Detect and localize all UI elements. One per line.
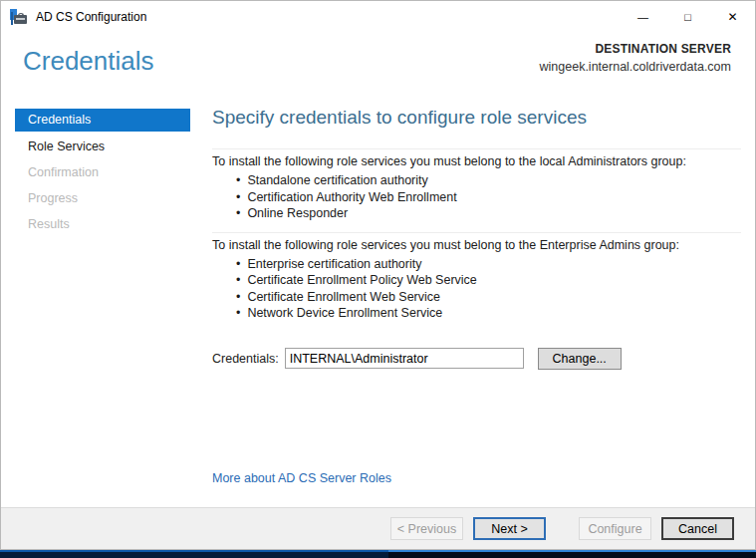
taskbar-right-segment [388,550,756,558]
next-button[interactable]: Next > [473,517,546,540]
sidebar-item-role-services[interactable]: Role Services [1,135,200,160]
maximize-icon[interactable]: □ [665,1,710,32]
taskbar-left-segment [0,550,388,558]
window-title: AD CS Configuration [36,10,146,24]
content-heading: Specify credentials to configure role se… [212,107,741,129]
configure-button[interactable]: Configure [579,517,651,540]
sidebar-item-results: Results [1,212,200,238]
minimize-icon[interactable]: — [621,1,665,32]
local-admins-intro: To install the following role services y… [212,154,741,168]
sidebar-item-confirmation: Confirmation [1,160,200,186]
change-button[interactable]: Change... [538,348,622,370]
taskbar-sliver [0,550,756,558]
destination-server-label: DESTINATION SERVER [540,42,731,56]
title-bar: AD CS Configuration — □ ✕ [1,1,755,32]
wizard-dialog: AD CS Configuration — □ ✕ Credentials DE… [0,0,756,550]
adcs-toolbox-icon [10,9,28,25]
wizard-content: Specify credentials to configure role se… [200,101,755,507]
list-item: Certificate Enrollment Policy Web Servic… [236,272,741,289]
previous-button[interactable]: < Previous [390,517,463,540]
list-item: Certificate Enrollment Web Service [236,289,741,306]
list-item: Online Responder [236,205,741,222]
wizard-footer: < Previous Next > Configure Cancel [1,507,755,549]
credentials-input[interactable] [285,348,524,369]
sidebar-item-progress: Progress [1,186,200,212]
sidebar-item-credentials[interactable]: Credentials [15,109,190,132]
page-title: Credentials [23,46,154,77]
list-item: Certification Authority Web Enrollment [236,189,741,206]
list-item: Standalone certification authority [236,172,741,189]
wizard-header: Credentials DESTINATION SERVER wingeek.i… [1,32,755,101]
list-item: Network Device Enrollment Service [236,305,741,322]
window-controls: — □ ✕ [621,1,755,32]
destination-server-name: wingeek.internal.coldriverdata.com [540,60,731,74]
local-admins-list: Standalone certification authority Certi… [236,172,741,222]
wizard-steps-sidebar: Credentials Role Services Confirmation P… [1,101,200,507]
credentials-label: Credentials: [212,352,279,366]
destination-server-block: DESTINATION SERVER wingeek.internal.cold… [540,42,731,74]
enterprise-admins-group: To install the following role services y… [212,232,741,328]
list-item: Enterprise certification authority [236,256,741,273]
local-admins-group: To install the following role services y… [212,148,741,228]
adcs-configuration-window: AD CS Configuration — □ ✕ Credentials DE… [0,0,756,558]
cancel-button[interactable]: Cancel [661,517,734,540]
enterprise-admins-intro: To install the following role services y… [212,238,741,252]
credentials-row: Credentials: Change... [212,348,741,370]
close-icon[interactable]: ✕ [710,1,755,32]
more-about-link[interactable]: More about AD CS Server Roles [212,471,741,485]
enterprise-admins-list: Enterprise certification authority Certi… [236,256,741,322]
